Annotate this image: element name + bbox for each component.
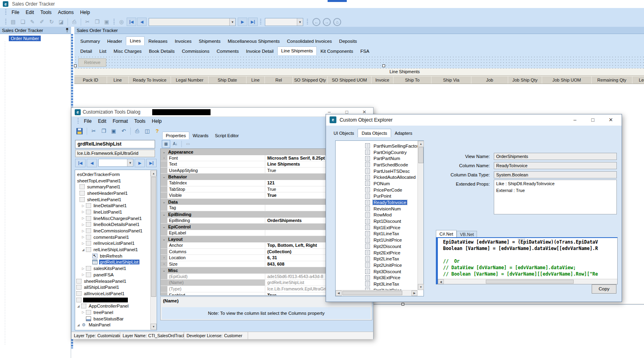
grid-column-remaining-qty[interactable]: Remaining Qty xyxy=(592,76,632,84)
tree-item-saleskitspanel1[interactable]: ▷salesKitsPanel1 xyxy=(76,265,150,272)
selection-handle[interactable] xyxy=(74,64,77,67)
grid-column-so-shipped-uom[interactable]: SO Shipped UOM xyxy=(328,76,372,84)
object-item-rpt3extprice[interactable]: Rpt3ExtPrice xyxy=(336,274,417,281)
subtab-invoice-detail[interactable]: Invoice Detail xyxy=(242,47,277,55)
grid-column-job-ship-qty[interactable]: Job Ship Qty xyxy=(508,76,542,84)
dialog-tab-properties[interactable]: Properties xyxy=(162,132,189,139)
collapsed-arrow-icon[interactable]: ▷ xyxy=(80,242,86,245)
copy-button[interactable]: Copy xyxy=(592,284,616,294)
subtab-line-shipments[interactable]: Line Shipments xyxy=(277,46,317,55)
tree-item-sheettoplevelpanel1[interactable]: sheetTopLevelPanel1 xyxy=(76,178,150,184)
print-icon[interactable]: ⎙ xyxy=(132,127,142,135)
toolbar-grip[interactable] xyxy=(5,19,6,25)
scrollbar-thumb[interactable] xyxy=(486,280,574,284)
scroll-right-icon[interactable]: ▶ xyxy=(411,290,417,296)
object-item-pickedautoallocated[interactable]: PickedAutoAllocated xyxy=(336,174,417,180)
code-horizontal-scrollbar[interactable]: ◀ xyxy=(438,279,617,284)
expanded-arrow-icon[interactable]: ◢ xyxy=(76,304,81,308)
new-sheet-icon[interactable]: ❏ xyxy=(18,18,28,26)
undo-icon[interactable]: ↶ xyxy=(119,127,129,135)
tab-invoices[interactable]: Invoices xyxy=(171,37,195,45)
record-combo[interactable] xyxy=(149,18,236,26)
scroll-down-icon[interactable]: ▼ xyxy=(418,284,424,290)
subtab-comments[interactable]: Comments xyxy=(213,47,242,55)
paperclip-icon[interactable]: ✐ xyxy=(37,18,47,26)
grid-column-ship-to[interactable]: Ship To xyxy=(394,76,431,84)
object-combo[interactable] xyxy=(98,159,133,167)
grid-column-job-ship-uom[interactable]: Job Ship UOM xyxy=(542,76,592,84)
menu-item-edit[interactable]: Edit xyxy=(95,118,109,125)
copy-icon[interactable]: ❐ xyxy=(99,127,109,135)
explorer-tab-adapters[interactable]: Adapters xyxy=(391,129,416,137)
subtab-detail[interactable]: Detail xyxy=(77,47,95,55)
close-icon[interactable]: ✕ xyxy=(605,116,617,124)
subtab-fsa[interactable]: FSA xyxy=(357,47,373,55)
scroll-up-icon[interactable]: ▲ xyxy=(151,170,157,176)
object-type-field[interactable]: Ice.Lib.Framework.EpiUltraGrid xyxy=(75,150,155,157)
object-item-rpt2discount[interactable]: Rpt2Discount xyxy=(336,243,417,250)
selection-handle[interactable] xyxy=(402,303,404,306)
view-combo[interactable] xyxy=(265,18,303,26)
menu-item-edit[interactable]: Edit xyxy=(22,9,37,16)
home-icon[interactable]: ⌂ xyxy=(333,18,341,26)
expanded-arrow-icon[interactable]: ◢ xyxy=(76,323,81,327)
tree-item-treepanel[interactable]: ▷treePanel xyxy=(76,309,150,316)
collapsed-arrow-icon[interactable]: ▷ xyxy=(80,235,86,239)
dialog-tab-script-editor[interactable]: Script Editor xyxy=(212,132,242,139)
tree-item-basestatusbar[interactable]: baseStatusBar xyxy=(76,316,150,322)
collapsed-arrow-icon[interactable]: ▷ xyxy=(80,267,86,270)
grid-column-line[interactable]: Line xyxy=(246,76,265,84)
tree-scrollbar[interactable]: ▲ ▼ xyxy=(150,170,156,330)
menu-item-file[interactable]: File xyxy=(8,9,22,16)
tree-item-appcontrollerpanel[interactable]: ◢AppControllerPanel xyxy=(76,303,150,309)
previous-record-button[interactable]: ◀ xyxy=(137,18,147,26)
object-item-rpt3linetax[interactable]: Rpt3LineTax xyxy=(336,281,417,287)
property-pages-icon[interactable]: ▭ xyxy=(184,140,192,148)
maximize-icon[interactable]: □ xyxy=(587,116,599,124)
subtab-list[interactable]: List xyxy=(95,47,110,55)
menu-item-tools[interactable]: Tools xyxy=(131,118,149,125)
collapsed-arrow-icon[interactable]: ▷ xyxy=(80,204,86,208)
object-item-rpt1extprice[interactable]: Rpt1ExtPrice xyxy=(336,224,417,231)
tab-consolidated-invoices[interactable]: Consolidated Invoices xyxy=(283,37,336,45)
last-record-button[interactable]: ▶| xyxy=(146,159,157,167)
eraser-icon[interactable]: ◪ xyxy=(56,18,66,26)
categorized-view-icon[interactable]: ▦ xyxy=(162,140,170,148)
tab-releases[interactable]: Releases xyxy=(145,37,171,45)
first-record-button[interactable]: |◀ xyxy=(127,18,136,26)
code-tab-vb-net[interactable]: VB.Net xyxy=(457,231,477,238)
selection-handle[interactable] xyxy=(382,64,385,67)
object-item-readytoinvoice[interactable]: ReadyToInvoice xyxy=(336,199,417,206)
menu-item-format[interactable]: Format xyxy=(109,118,131,125)
pen-icon[interactable]: ✎ xyxy=(28,18,37,26)
tab-header[interactable]: Header xyxy=(103,37,126,45)
grid-column-ship-date[interactable]: Ship Date xyxy=(209,76,246,84)
refresh-icon[interactable]: ↻ xyxy=(47,18,56,26)
grid-column-job[interactable]: Job xyxy=(471,76,508,84)
tab-miscellaneous-shipments[interactable]: Miscellaneous Shipments xyxy=(224,37,283,45)
scrollbar-thumb[interactable] xyxy=(342,291,402,295)
object-item-partpartnum[interactable]: PartPartNum xyxy=(336,155,417,162)
tree-item-relinvoicelistpanel1[interactable]: ▷relInvoiceListPanel1 xyxy=(76,240,150,247)
tree-item-linebookdetailspanel1[interactable]: ▷lineBookDetailsPanel1 xyxy=(76,222,150,228)
tree-item-sheetheaderpanel1[interactable]: sheetHeaderPanel1 xyxy=(76,190,150,196)
tab-shipments[interactable]: Shipments xyxy=(195,37,224,45)
object-item-rpt1unitprice[interactable]: Rpt1UnitPrice xyxy=(336,237,417,243)
pin-icon[interactable] xyxy=(65,28,69,33)
object-item-rpt3unitprice[interactable]: Rpt3UnitPrice xyxy=(336,287,417,290)
last-record-button[interactable]: ▶| xyxy=(248,18,258,26)
list-horizontal-scrollbar[interactable]: ◀ ▶ xyxy=(336,290,417,296)
search-binoculars-icon[interactable]: ◎ xyxy=(117,18,126,26)
explorer-tab-data-objects[interactable]: Data Objects xyxy=(358,129,391,137)
code-snippet-box[interactable]: ••••• EpiDataView [edvVarName] = (EpiDat… xyxy=(436,237,618,284)
print-icon[interactable]: ⎙ xyxy=(70,18,79,26)
print-preview-icon[interactable]: ◫ xyxy=(142,127,152,135)
column-name-field[interactable]: ReadyToInvoice xyxy=(494,162,617,169)
scroll-left-icon[interactable]: ◀ xyxy=(336,290,342,296)
subtab-kit-components[interactable]: Kit Components xyxy=(317,47,357,55)
cut-icon[interactable]: ✂ xyxy=(89,127,99,135)
tab-deposits[interactable]: Deposits xyxy=(336,37,361,45)
paste-icon[interactable]: ▣ xyxy=(109,127,119,135)
tree-item-sheetreleasepanel1[interactable]: sheetReleasePanel1 xyxy=(76,278,150,284)
menu-item-help[interactable]: Help xyxy=(149,118,165,125)
